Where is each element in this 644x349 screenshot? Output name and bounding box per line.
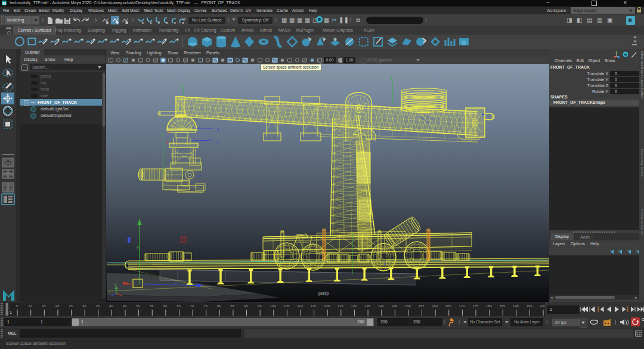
svg-text:175: 175 (472, 304, 479, 308)
svg-text:50: 50 (136, 304, 140, 308)
svg-text:85: 85 (231, 304, 235, 308)
svg-text:z: z (217, 126, 219, 132)
svg-text:120: 120 (324, 304, 330, 308)
svg-text:1: 1 (10, 310, 12, 314)
svg-text:45: 45 (123, 304, 127, 308)
svg-text:z: z (384, 261, 386, 265)
svg-text:10: 10 (28, 304, 32, 308)
svg-text:110: 110 (297, 304, 303, 308)
svg-text:75: 75 (203, 304, 208, 308)
svg-text:135: 135 (364, 304, 371, 308)
svg-text:180: 180 (486, 304, 493, 308)
svg-text:35: 35 (95, 304, 100, 308)
svg-text:170: 170 (459, 304, 465, 308)
svg-text:55: 55 (150, 304, 154, 308)
svg-text:195: 195 (526, 304, 532, 308)
svg-text:5: 5 (16, 304, 18, 308)
svg-text:15: 15 (42, 304, 46, 308)
svg-text:z: z (216, 139, 219, 144)
svg-text:40: 40 (109, 304, 113, 308)
svg-text:125: 125 (338, 304, 344, 308)
svg-text:90: 90 (244, 304, 248, 308)
svg-text:80: 80 (217, 304, 221, 308)
svg-text:150: 150 (405, 304, 411, 308)
svg-text:100: 100 (270, 304, 277, 308)
svg-text:y: y (114, 282, 116, 286)
svg-text:160: 160 (432, 304, 438, 308)
svg-text:z: z (199, 173, 201, 178)
svg-text:60: 60 (163, 304, 168, 308)
svg-text:185: 185 (499, 304, 506, 308)
svg-text:115: 115 (311, 304, 317, 308)
svg-text:190: 190 (513, 304, 519, 308)
svg-text:145: 145 (391, 304, 398, 308)
svg-text:130: 130 (351, 304, 357, 308)
svg-text:y: y (390, 75, 392, 80)
svg-text:x: x (166, 140, 168, 144)
svg-text:y: y (137, 244, 139, 249)
svg-text:z: z (175, 281, 177, 285)
svg-text:20: 20 (55, 304, 60, 308)
svg-text:70: 70 (190, 304, 194, 308)
svg-text:105: 105 (283, 304, 290, 308)
svg-text:165: 165 (445, 304, 452, 308)
svg-text:200: 200 (540, 304, 545, 308)
svg-text:y: y (161, 132, 163, 137)
svg-text:25: 25 (69, 304, 73, 308)
svg-text:30: 30 (82, 304, 86, 308)
svg-text:x: x (168, 129, 170, 134)
svg-text:155: 155 (419, 304, 425, 308)
svg-text:65: 65 (177, 304, 181, 308)
svg-text:95: 95 (258, 304, 262, 308)
svg-text:140: 140 (378, 304, 385, 308)
svg-text:y: y (181, 82, 184, 88)
